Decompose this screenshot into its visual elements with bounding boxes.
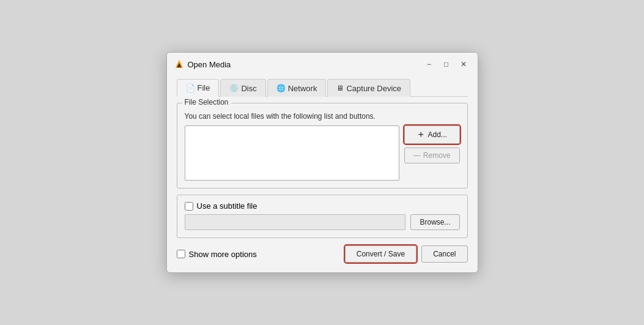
desktop: Open Media − □ ✕ 📄 File 💿 Disc 🌐	[0, 0, 644, 325]
cancel-button[interactable]: Cancel	[421, 245, 467, 263]
tab-bar: 📄 File 💿 Disc 🌐 Network 🖥 Capture Device	[177, 78, 468, 97]
bottom-area: Show more options Convert / Save Cancel	[177, 245, 468, 263]
dialog-title: Open Media	[188, 60, 419, 69]
browse-button-label: Browse...	[420, 218, 450, 226]
network-tab-icon: 🌐	[276, 84, 286, 92]
remove-button-label: Remove	[423, 151, 451, 160]
title-bar: Open Media − □ ✕	[167, 53, 478, 73]
tab-file[interactable]: 📄 File	[177, 79, 220, 97]
subtitle-input-row: Browse...	[185, 214, 460, 230]
file-buttons: ＋ Add... — Remove	[404, 125, 460, 163]
remove-icon: —	[413, 151, 421, 160]
svg-rect-2	[178, 65, 180, 66]
show-more-label: Show more options	[189, 250, 257, 259]
subtitle-checkbox-row: Use a subtitle file	[185, 201, 460, 211]
add-button-label: Add...	[427, 130, 446, 139]
title-bar-controls: − □ ✕	[423, 59, 470, 70]
vlc-icon	[174, 59, 184, 69]
tab-network[interactable]: 🌐 Network	[267, 79, 327, 97]
file-list-box[interactable]	[185, 125, 399, 181]
capture-tab-icon: 🖥	[336, 84, 344, 92]
maximize-button[interactable]: □	[440, 59, 453, 70]
subtitle-checkbox[interactable]	[185, 202, 193, 211]
plus-icon: ＋	[416, 129, 425, 140]
browse-button[interactable]: Browse...	[410, 214, 459, 230]
file-tab-icon: 📄	[186, 84, 195, 92]
bottom-buttons: Convert / Save Cancel	[345, 245, 468, 263]
svg-rect-3	[179, 64, 180, 65]
tab-disc-label: Disc	[241, 84, 256, 93]
open-media-dialog: Open Media − □ ✕ 📄 File 💿 Disc 🌐	[166, 52, 478, 273]
file-selection-legend: File Selection	[182, 98, 231, 106]
tab-capture[interactable]: 🖥 Capture Device	[327, 79, 410, 97]
disc-tab-icon: 💿	[229, 84, 239, 92]
subtitle-group: Use a subtitle file Browse...	[177, 195, 468, 238]
file-selection-description: You can select local files with the foll…	[185, 112, 460, 121]
tab-file-label: File	[198, 83, 210, 92]
show-more-checkbox[interactable]	[177, 250, 185, 258]
tab-network-label: Network	[288, 84, 317, 93]
convert-save-button[interactable]: Convert / Save	[345, 245, 416, 263]
remove-button[interactable]: — Remove	[404, 148, 460, 163]
dialog-body: 📄 File 💿 Disc 🌐 Network 🖥 Capture Device	[167, 73, 478, 272]
subtitle-checkbox-label: Use a subtitle file	[197, 201, 257, 211]
add-button[interactable]: ＋ Add...	[404, 125, 460, 144]
tab-disc[interactable]: 💿 Disc	[220, 79, 265, 97]
file-selection-row: ＋ Add... — Remove	[185, 125, 460, 181]
minimize-button[interactable]: −	[423, 59, 436, 70]
file-selection-group: File Selection You can select local file…	[177, 103, 468, 189]
svg-rect-1	[177, 66, 181, 67]
tab-capture-label: Capture Device	[346, 84, 401, 93]
subtitle-path-input[interactable]	[185, 214, 406, 230]
close-button[interactable]: ✕	[457, 59, 470, 70]
show-more-row: Show more options	[177, 250, 257, 259]
